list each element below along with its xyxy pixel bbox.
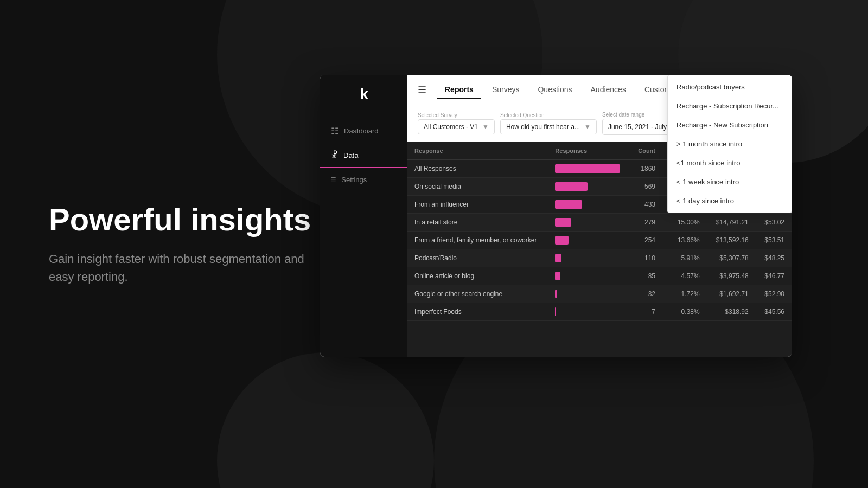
sidebar-item-dashboard-label: Dashboard	[344, 127, 379, 135]
table-row: Google or other search engine321.72%$1,6…	[407, 285, 792, 303]
dropdown-item-6[interactable]: < 1 day since intro	[668, 191, 792, 210]
cell-percent: 1.72%	[663, 285, 707, 303]
cell-bar	[547, 232, 629, 249]
tab-reports[interactable]: Reports	[437, 81, 481, 99]
cell-extra2: $53.02	[756, 214, 792, 232]
cell-extra1: $14,791.21	[707, 214, 756, 232]
main-content: ☰ Reports Surveys Questions Audiences Cu…	[407, 75, 792, 357]
cell-extra1: $3,975.48	[707, 267, 756, 285]
survey-filter[interactable]: Selected Survey All Customers - V1 ▼	[418, 112, 495, 134]
cell-count: 433	[630, 196, 663, 214]
table-row: Podcast/Radio1105.91%$5,307.78$48.25	[407, 249, 792, 267]
cell-percent: 15.00%	[663, 214, 707, 232]
sidebar-item-dashboard[interactable]: ☷ Dashboard	[320, 119, 407, 144]
cell-percent: 4.57%	[663, 267, 707, 285]
cell-response: Podcast/Radio	[407, 249, 547, 267]
cell-percent: 13.66%	[663, 232, 707, 249]
survey-chevron-icon: ▼	[482, 123, 489, 131]
col-count: Count	[630, 142, 663, 160]
table-row: Online article or blog854.57%$3,975.48$4…	[407, 267, 792, 285]
cell-extra2: $52.90	[756, 285, 792, 303]
filters-row: Selected Survey All Customers - V1 ▼ Sel…	[407, 105, 792, 142]
table-row: In a retail store27915.00%$14,791.21$53.…	[407, 214, 792, 232]
table-row: From a friend, family member, or coworke…	[407, 232, 792, 249]
cell-count: 32	[630, 285, 663, 303]
response-bar	[555, 254, 561, 262]
question-chevron-icon: ▼	[584, 123, 591, 131]
cell-extra1: $13,592.16	[707, 232, 756, 249]
cell-extra1: $5,307.78	[707, 249, 756, 267]
cell-bar	[547, 196, 629, 214]
app-window: k ☷ Dashboard ☧ Data ≡ Settings ☰ Report…	[320, 75, 792, 357]
dropdown-item-3[interactable]: > 1 month since intro	[668, 134, 792, 153]
response-bar	[555, 307, 556, 316]
dropdown-menu: Radio/podcast buyers Recharge - Subscrip…	[667, 75, 792, 213]
cell-percent: 5.91%	[663, 249, 707, 267]
data-icon: ☧	[331, 150, 338, 160]
cell-count: 7	[630, 303, 663, 321]
question-filter-label: Selected Question	[500, 112, 597, 118]
question-filter[interactable]: Selected Question How did you first hear…	[500, 112, 597, 134]
dashboard-icon: ☷	[331, 126, 339, 136]
dropdown-item-0[interactable]: Radio/podcast buyers	[668, 78, 792, 97]
cell-percent: 0.38%	[663, 303, 707, 321]
cell-count: 85	[630, 267, 663, 285]
response-bar	[555, 218, 571, 227]
col-response: Response	[407, 142, 547, 160]
cell-response: All Responses	[407, 160, 547, 178]
dropdown-item-4[interactable]: <1 month since intro	[668, 153, 792, 172]
response-bar	[555, 290, 557, 298]
cell-count: 279	[630, 214, 663, 232]
tab-questions[interactable]: Questions	[530, 81, 579, 99]
cell-bar	[547, 267, 629, 285]
col-responses: Responses	[547, 142, 629, 160]
hero-title: Powerful insights	[49, 202, 331, 237]
hamburger-icon[interactable]: ☰	[418, 84, 426, 96]
cell-response: Online article or blog	[407, 267, 547, 285]
survey-filter-value: All Customers - V1	[424, 123, 478, 131]
dropdown-item-2[interactable]: Recharge - New Subscription	[668, 115, 792, 134]
cell-extra2: $45.56	[756, 303, 792, 321]
survey-filter-label: Selected Survey	[418, 112, 495, 118]
sidebar-item-settings-label: Settings	[341, 176, 367, 184]
cell-bar	[547, 178, 629, 196]
question-filter-value: How did you first hear a...	[506, 123, 580, 131]
cell-count: 254	[630, 232, 663, 249]
cell-extra2: $46.77	[756, 267, 792, 285]
sidebar-item-data-label: Data	[343, 151, 358, 159]
tab-audiences[interactable]: Audiences	[583, 81, 634, 99]
sidebar-item-settings[interactable]: ≡ Settings	[320, 168, 407, 192]
tab-surveys[interactable]: Surveys	[484, 81, 527, 99]
hero-subtitle: Gain insight faster with robust segmenta…	[49, 250, 331, 286]
cell-response: From an influencer	[407, 196, 547, 214]
survey-filter-control[interactable]: All Customers - V1 ▼	[418, 119, 495, 134]
bg-decoration-5	[217, 352, 434, 488]
cell-count: 569	[630, 178, 663, 196]
response-bar	[555, 200, 582, 209]
table-row: Imperfect Foods70.38%$318.92$45.56	[407, 303, 792, 321]
cell-bar	[547, 214, 629, 232]
settings-icon: ≡	[331, 175, 336, 184]
response-bar	[555, 182, 588, 191]
cell-bar	[547, 160, 629, 178]
cell-extra1: $318.92	[707, 303, 756, 321]
sidebar-item-data[interactable]: ☧ Data	[320, 144, 407, 168]
cell-response: From a friend, family member, or coworke…	[407, 232, 547, 249]
response-bar	[555, 272, 560, 280]
app-logo: k	[360, 86, 367, 103]
cell-count: 110	[630, 249, 663, 267]
cell-bar	[547, 303, 629, 321]
hero-section: Powerful insights Gain insight faster wi…	[49, 202, 331, 286]
question-filter-control[interactable]: How did you first hear a... ▼	[500, 119, 597, 134]
cell-extra2: $53.51	[756, 232, 792, 249]
response-bar	[555, 236, 569, 245]
cell-bar	[547, 285, 629, 303]
cell-bar	[547, 249, 629, 267]
cell-count: 1860	[630, 160, 663, 178]
cell-response: On social media	[407, 178, 547, 196]
cell-extra2: $48.25	[756, 249, 792, 267]
sidebar: k ☷ Dashboard ☧ Data ≡ Settings	[320, 75, 407, 357]
dropdown-item-5[interactable]: < 1 week since intro	[668, 172, 792, 191]
cell-response: Imperfect Foods	[407, 303, 547, 321]
dropdown-item-1[interactable]: Recharge - Subscription Recur...	[668, 97, 792, 115]
